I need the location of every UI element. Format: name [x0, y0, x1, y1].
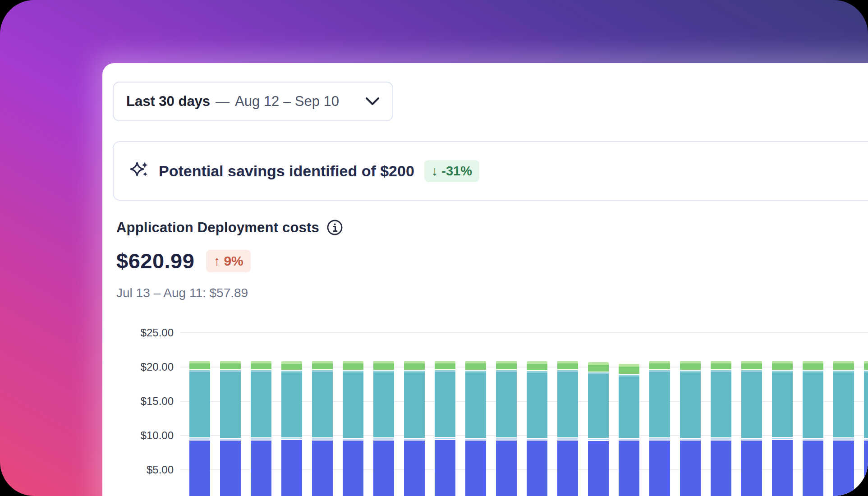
stacked-bar[interactable]	[220, 361, 241, 496]
bar-segment-blue	[711, 440, 731, 496]
bar-segment-teal	[189, 369, 210, 437]
bar-segment-teal	[619, 374, 639, 437]
bar-segment-green	[373, 361, 394, 370]
stacked-bar[interactable]	[833, 361, 854, 496]
y-axis-tick-label: $15.00	[102, 395, 174, 408]
bar-segment-teal	[527, 370, 547, 438]
stacked-bar[interactable]	[281, 361, 302, 496]
bar-segment-green	[803, 361, 823, 370]
bar-segment-teal	[833, 370, 854, 437]
bar-segment-green	[527, 361, 547, 370]
stacked-bar[interactable]	[404, 361, 425, 496]
bar-segment-blue	[803, 440, 823, 496]
bar-segment-teal	[281, 370, 302, 437]
bar-segment-green	[772, 361, 793, 370]
gradient-background: Last 30 days — Aug 12 – Sep 10	[0, 0, 868, 496]
chart-gridline	[180, 332, 868, 333]
bar-segment-teal	[557, 369, 578, 437]
stacked-bar[interactable]	[435, 361, 455, 496]
savings-banner: Potential savings identified of $200 ↓ -…	[113, 141, 868, 201]
bar-segment-teal	[373, 370, 394, 437]
bar-segment-teal	[741, 369, 762, 437]
bar-segment-green	[619, 364, 639, 374]
arrow-down-icon: ↓	[432, 164, 438, 179]
bar-segment-blue	[772, 439, 793, 496]
bar-segment-green	[864, 361, 868, 370]
bar-segment-teal	[803, 370, 823, 437]
stacked-bar[interactable]	[373, 361, 394, 496]
metric-block: Application Deployment costs $620.99 ↑	[116, 219, 343, 300]
chevron-down-icon	[365, 97, 380, 106]
stacked-bar[interactable]	[465, 361, 486, 496]
stacked-bar[interactable]	[741, 361, 762, 496]
dashboard-card: Last 30 days — Aug 12 – Sep 10	[102, 63, 868, 496]
stacked-bar[interactable]	[772, 361, 793, 496]
bar-segment-teal	[649, 369, 670, 437]
bar-segment-green	[465, 361, 486, 370]
bar-segment-green	[741, 361, 762, 370]
bar-segment-blue	[343, 440, 363, 496]
stacked-bar[interactable]	[527, 361, 547, 496]
bar-segment-green	[189, 361, 210, 370]
stacked-bar[interactable]	[557, 361, 578, 496]
bar-segment-blue	[649, 440, 670, 496]
metric-value: $620.99	[116, 248, 194, 273]
bar-segment-blue	[281, 439, 302, 496]
bar-segment-green	[588, 362, 609, 372]
bar-segment-green	[281, 361, 302, 370]
bar-segment-green	[435, 361, 455, 369]
bar-segment-teal	[465, 370, 486, 437]
bar-segment-green	[496, 361, 517, 370]
bar-segment-teal	[496, 369, 517, 437]
bar-segment-blue	[557, 440, 578, 496]
stacked-bar[interactable]	[803, 361, 823, 496]
stacked-bar[interactable]	[588, 362, 609, 496]
stacked-bar[interactable]	[864, 361, 868, 496]
stacked-bar[interactable]	[343, 361, 363, 496]
bar-segment-blue	[864, 440, 868, 496]
date-range-label: Last 30 days	[126, 93, 210, 110]
y-axis-tick-label: $5.00	[102, 463, 174, 477]
bar-segment-teal	[251, 369, 271, 437]
bar-segment-blue	[404, 440, 425, 496]
bar-segment-green	[557, 361, 578, 370]
bar-segment-green	[312, 361, 333, 370]
bar-segment-green	[343, 361, 363, 370]
bar-segment-green	[680, 361, 701, 370]
stacked-bar[interactable]	[619, 364, 639, 496]
stacked-bar[interactable]	[711, 361, 731, 496]
savings-banner-text: Potential savings identified of $200	[159, 162, 414, 180]
bar-segment-blue	[496, 440, 517, 496]
date-range-separator: —	[216, 93, 230, 110]
bar-segment-green	[251, 361, 271, 370]
date-range-dates: Aug 12 – Sep 10	[235, 93, 339, 110]
date-range-selector[interactable]: Last 30 days — Aug 12 – Sep 10	[113, 82, 393, 121]
bar-segment-teal	[312, 369, 333, 437]
info-icon[interactable]	[326, 219, 343, 236]
arrow-up-icon: ↑	[213, 253, 220, 269]
bar-segment-green	[404, 361, 425, 370]
stacked-bar[interactable]	[251, 361, 271, 496]
change-badge-value: 9%	[224, 253, 243, 269]
bar-segment-blue	[680, 440, 701, 496]
bar-segment-blue	[465, 440, 486, 496]
bar-segment-blue	[527, 440, 547, 496]
bar-segment-teal	[588, 372, 609, 438]
bar-segment-teal	[680, 370, 701, 437]
sparkles-icon	[129, 160, 151, 182]
stacked-bar[interactable]	[680, 361, 701, 496]
stacked-bar[interactable]	[496, 361, 517, 496]
previous-period-comparison: Jul 13 – Aug 11: $57.89	[116, 286, 343, 300]
stacked-bar[interactable]	[312, 361, 333, 496]
change-badge: ↑ 9%	[206, 250, 250, 272]
stacked-bar[interactable]	[649, 361, 670, 496]
bar-segment-blue	[833, 440, 854, 496]
bar-segment-blue	[373, 440, 394, 496]
bar-segment-teal	[404, 370, 425, 437]
bar-segment-teal	[864, 370, 868, 437]
stacked-bar[interactable]	[189, 361, 210, 496]
bar-segment-blue	[619, 440, 639, 496]
bar-segment-green	[833, 361, 854, 370]
metric-title: Application Deployment costs	[116, 220, 319, 236]
bar-segment-green	[711, 361, 731, 370]
